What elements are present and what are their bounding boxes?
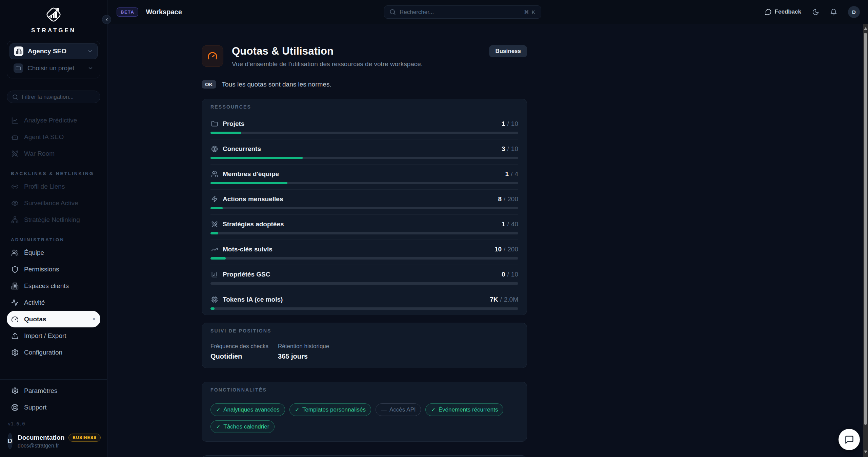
brand-logo-block: STRATGEN bbox=[0, 0, 107, 34]
dark-mode-toggle[interactable] bbox=[812, 8, 819, 16]
chevron-down-icon bbox=[87, 65, 94, 71]
shield-icon bbox=[11, 266, 19, 273]
user-email: docs@stratgen.fr bbox=[18, 443, 101, 449]
building-icon bbox=[14, 46, 23, 56]
bot-icon bbox=[11, 133, 19, 141]
status-text: Tous les quotas sont dans les normes. bbox=[222, 81, 331, 88]
sidebar-item-surveillance-active: Surveillance Active bbox=[7, 195, 100, 211]
scrollbar-down-arrow[interactable] bbox=[863, 448, 868, 456]
progress-fill bbox=[210, 207, 223, 209]
sidebar-item-import-export[interactable]: Import / Export bbox=[7, 327, 100, 344]
sidebar-item-label: Analyse Prédictive bbox=[24, 117, 77, 124]
folder-icon bbox=[14, 63, 23, 73]
swords-icon bbox=[11, 150, 19, 157]
network-icon bbox=[11, 216, 19, 224]
search-icon bbox=[389, 9, 396, 15]
user-card[interactable]: D Documentation BUSINESS docs@stratgen.f… bbox=[0, 430, 107, 457]
dash-icon: — bbox=[381, 406, 387, 413]
scrollbar-thumb[interactable] bbox=[864, 33, 867, 425]
progress-track bbox=[210, 232, 518, 234]
quota-value: 7K/2.0M bbox=[490, 296, 518, 303]
sidebar-collapse-button[interactable] bbox=[102, 15, 111, 24]
quota-row-proprietes-gsc: Propriétés GSC 0/10 bbox=[210, 265, 518, 290]
topbar-actions: Feedback D bbox=[765, 6, 860, 18]
plan-badge: BUSINESS bbox=[68, 434, 101, 442]
feedback-button[interactable]: Feedback bbox=[765, 8, 801, 15]
feature-chip-taches: ✓Tâches calendrier bbox=[210, 420, 275, 433]
sidebar-item-espaces-clients[interactable]: Espaces clients bbox=[7, 278, 100, 294]
field-label: Rétention historique bbox=[278, 343, 329, 350]
feature-label: Événements récurrents bbox=[439, 406, 498, 413]
tracking-field-frequency: Fréquence des checks Quotidien bbox=[210, 343, 268, 360]
feature-chip-analytiques: ✓Analytiques avancées bbox=[210, 403, 285, 416]
sidebar-item-activite[interactable]: Activité bbox=[7, 294, 100, 311]
sidebar-item-support[interactable]: Support bbox=[7, 399, 100, 416]
quota-row-tokens-ia: Tokens IA (ce mois) 7K/2.0M bbox=[210, 290, 518, 315]
sidebar-item-configuration[interactable]: Configuration bbox=[7, 344, 100, 361]
sidebar-item-permissions[interactable]: Permissions bbox=[7, 261, 100, 278]
sidebar-item-label: Quotas bbox=[24, 316, 46, 323]
field-value: Quotidien bbox=[210, 353, 268, 360]
users-icon bbox=[11, 249, 19, 256]
chevron-left-icon bbox=[104, 17, 109, 22]
sidebar-section-administration: ADMINISTRATION bbox=[11, 237, 96, 242]
quota-row-mots-cles: Mots-clés suivis 10/200 bbox=[210, 240, 518, 265]
quota-label: Actions mensuelles bbox=[223, 195, 283, 203]
sidebar-item-label: Profil de Liens bbox=[24, 183, 65, 190]
sidebar-item-label: Permissions bbox=[24, 266, 59, 273]
workspace-name: Agency SEO bbox=[28, 47, 83, 55]
quota-label: Tokens IA (ce mois) bbox=[223, 296, 283, 303]
search-icon bbox=[12, 94, 18, 100]
quota-value: 8/200 bbox=[498, 195, 518, 203]
sidebar-item-parametres[interactable]: Paramètres bbox=[7, 382, 100, 399]
quota-value: 0/10 bbox=[502, 271, 518, 278]
quota-label: Propriétés GSC bbox=[223, 271, 270, 278]
activity-icon bbox=[11, 299, 19, 306]
sidebar-filter-input[interactable] bbox=[22, 94, 95, 100]
folder-icon bbox=[210, 120, 219, 127]
sidebar-item-quotas[interactable]: Quotas bbox=[7, 311, 100, 327]
progress-fill bbox=[210, 132, 241, 134]
message-square-icon bbox=[845, 435, 854, 444]
feature-label: Accès API bbox=[389, 406, 416, 413]
eye-icon bbox=[11, 199, 19, 207]
sidebar-item-label: War Room bbox=[24, 150, 55, 157]
sidebar-item-strategie-netlinking: Stratégie Netlinking bbox=[7, 211, 100, 228]
project-selector[interactable]: Choisir un projet bbox=[9, 61, 98, 76]
page-subtitle: Vue d'ensemble de l'utilisation des ress… bbox=[232, 60, 423, 68]
feature-label: Templates personnalisés bbox=[302, 406, 366, 413]
gauge-icon bbox=[202, 45, 223, 67]
status-badge: OK bbox=[202, 80, 216, 89]
sidebar-item-equipe[interactable]: Équipe bbox=[7, 244, 100, 261]
quota-label: Stratégies adoptées bbox=[223, 221, 284, 228]
progress-fill bbox=[210, 157, 303, 159]
scrollbar-up-arrow[interactable] bbox=[863, 25, 868, 32]
progress-fill bbox=[210, 182, 287, 184]
sidebar-section-backlinks: BACKLINKS & NETLINKING bbox=[11, 171, 96, 176]
global-search: ⌘ K bbox=[384, 5, 541, 19]
quota-row-strategies: Stratégies adoptées 1/40 bbox=[210, 215, 518, 240]
sidebar-item-label: Agent IA SEO bbox=[24, 133, 64, 141]
quota-status-row: OK Tous les quotas sont dans les normes. bbox=[202, 80, 527, 89]
progress-track bbox=[210, 132, 518, 134]
global-search-input[interactable] bbox=[400, 9, 520, 16]
user-menu-avatar[interactable]: D bbox=[848, 6, 860, 18]
resources-card: RESSOURCES Projets 1/10 bbox=[202, 99, 527, 315]
field-value: 365 jours bbox=[278, 353, 329, 360]
feedback-label: Feedback bbox=[775, 8, 801, 15]
chart-line-icon bbox=[11, 117, 19, 124]
notifications-bell[interactable] bbox=[830, 8, 837, 16]
workspace-card: Agency SEO Choisir un projet bbox=[7, 41, 100, 78]
chat-widget-button[interactable] bbox=[839, 429, 860, 450]
trending-up-icon bbox=[210, 246, 219, 253]
quota-label: Projets bbox=[223, 120, 244, 128]
workspace-divider bbox=[13, 60, 94, 60]
zap-icon bbox=[210, 196, 219, 203]
sidebar-item-agent-ia-seo: Agent IA SEO bbox=[7, 129, 100, 145]
quota-label: Concurrents bbox=[223, 145, 261, 153]
project-placeholder: Choisir un projet bbox=[27, 64, 83, 72]
workspace-selector[interactable]: Agency SEO bbox=[9, 43, 98, 59]
field-label: Fréquence des checks bbox=[210, 343, 268, 350]
sidebar-item-analyse-predictive: Analyse Prédictive bbox=[7, 112, 100, 129]
sidebar-item-label: Configuration bbox=[24, 349, 62, 356]
